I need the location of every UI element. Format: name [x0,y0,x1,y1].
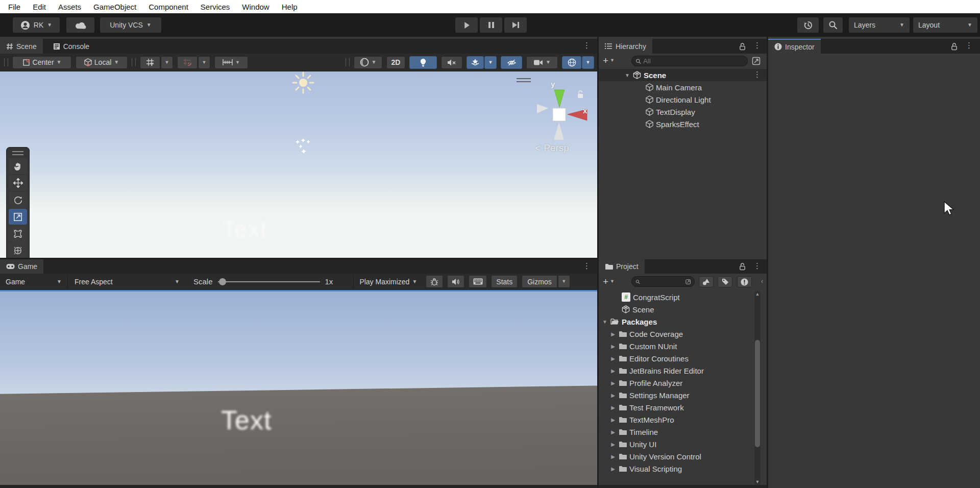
hierarchy-row[interactable]: Main Camera [646,81,767,93]
transform-tool[interactable] [9,242,27,258]
disclosure-closed-icon[interactable]: ▶ [610,466,616,472]
snap-increment-dropdown[interactable]: ▼ [214,56,248,69]
hierarchy-row[interactable]: SparksEffect [646,118,767,130]
move-tool[interactable] [9,175,27,191]
project-menu-icon[interactable]: ⋮ [753,262,761,271]
menu-item[interactable]: Window [236,3,275,11]
search-by-label-button[interactable] [718,276,732,287]
disclosure-closed-icon[interactable]: ▶ [610,393,616,398]
scene-effects-toggle[interactable] [467,56,484,69]
step-button[interactable] [504,17,527,33]
project-row-script[interactable]: # CongratScript [622,291,680,303]
projection-mode-button[interactable]: < Persp [535,142,569,154]
search-button[interactable] [823,17,843,33]
project-lock-icon[interactable] [739,262,746,271]
scene-camera-dropdown[interactable]: ▼ [526,56,558,69]
package-row[interactable]: ▶ Profile Analyzer [610,377,682,389]
package-row[interactable]: ▶ Unity UI [610,438,656,450]
game-gizmos-options[interactable]: ▼ [558,275,570,288]
disclosure-closed-icon[interactable]: ▶ [610,454,616,459]
toggle-2d-button[interactable]: 2D [386,56,405,69]
game-audio-toggle[interactable] [447,275,464,288]
project-scrollbar[interactable]: ▲ ▼ [754,291,761,485]
project-create-dropdown[interactable]: + ▼ [603,277,615,286]
stats-button[interactable]: Stats [491,275,518,288]
undo-history-button[interactable] [797,17,819,33]
toolbar-drag-handle[interactable] [4,58,8,66]
disclosure-closed-icon[interactable]: ▶ [610,417,616,423]
scene-lighting-toggle[interactable] [409,56,437,69]
project-search-input[interactable] [642,278,683,285]
game-gizmos-toggle[interactable]: Gizmos [522,275,557,288]
project-search-field[interactable] [631,276,695,287]
gizmo-y-axis[interactable] [554,90,565,107]
menu-item[interactable]: Edit [27,3,52,11]
play-focused-dropdown[interactable]: Play Maximized ▼ [354,275,423,288]
scene-effects-options[interactable]: ▼ [484,56,497,69]
account-dropdown[interactable]: RK ▼ [13,17,60,33]
grid-snapping-button[interactable] [177,56,198,69]
grid-snapping-options[interactable]: ▼ [198,56,210,69]
open-search-window-icon[interactable] [752,57,761,65]
disclosure-open-icon[interactable]: ▼ [602,319,608,325]
inspector-menu-icon[interactable]: ⋮ [965,41,973,50]
tab-console[interactable]: Console [47,39,95,54]
hierarchy-search-input[interactable] [643,57,744,65]
cloud-button[interactable] [66,17,94,33]
package-row[interactable]: ▶ Settings Manager [610,389,690,401]
game-viewport[interactable]: Text [0,291,597,485]
hidden-objects-toggle[interactable] [501,56,522,69]
disclosure-closed-icon[interactable]: ▶ [610,380,616,386]
gizmo-axis-down[interactable] [554,123,564,140]
scale-slider[interactable] [218,278,320,285]
hierarchy-create-dropdown[interactable]: + ▼ [603,56,615,65]
scale-tool[interactable] [9,209,27,225]
package-row[interactable]: ▶ TextMeshPro [610,413,674,426]
disclosure-closed-icon[interactable]: ▶ [610,368,616,374]
project-scrollbar-thumb[interactable] [755,340,760,447]
collapse-chevron-icon[interactable]: ‹ [761,278,763,285]
tab-game[interactable]: Game [0,259,43,274]
rotate-tool[interactable] [9,192,27,208]
tool-pivot-dropdown[interactable]: Center ▼ [12,56,71,69]
tab-hierarchy[interactable]: Hierarchy [599,39,652,54]
open-search-window-icon[interactable] [685,278,691,285]
gizmo-axis-left[interactable] [537,104,548,113]
device-input-button[interactable] [469,275,487,288]
scene-audio-toggle[interactable] [441,56,462,69]
search-by-type-button[interactable] [699,276,714,287]
scene-text-object[interactable]: Text [222,215,267,243]
palette-drag-handle[interactable] [12,151,23,155]
menu-item[interactable]: Component [142,3,194,11]
package-row[interactable]: ▶ JetBrains Rider Editor [610,364,704,377]
package-row[interactable]: ▶ Timeline [610,426,658,438]
aspect-ratio-dropdown[interactable]: Free Aspect ▼ [68,275,186,288]
scene-row-menu-icon[interactable]: ⋮ [753,70,761,79]
toolbar-drag-handle[interactable] [346,58,350,66]
pause-button[interactable] [480,17,502,33]
menu-item[interactable]: Help [276,3,304,11]
sparks-particle-gizmo-icon[interactable] [295,138,311,156]
package-row[interactable]: ▶ Editor Coroutines [610,352,689,364]
unity-vcs-dropdown[interactable]: Unity VCS ▼ [100,17,161,33]
hand-tool[interactable] [9,158,27,174]
directional-light-gizmo-icon[interactable] [292,71,314,94]
game-display-dropdown[interactable]: Game ▼ [0,275,67,288]
disclosure-closed-icon[interactable]: ▶ [610,405,616,410]
package-row[interactable]: ▶ Unity Version Control [610,450,701,462]
shading-mode-dropdown[interactable]: ▼ [354,56,382,69]
menu-item[interactable]: File [2,3,27,11]
package-row[interactable]: ▶ Code Coverage [610,328,683,340]
scroll-down-icon[interactable]: ▼ [754,479,761,484]
scroll-up-icon[interactable]: ▲ [754,291,761,297]
disclosure-closed-icon[interactable]: ▶ [610,429,616,435]
disclosure-open-icon[interactable]: ▼ [624,72,630,78]
disclosure-closed-icon[interactable]: ▶ [610,442,616,447]
layout-dropdown[interactable]: Layout ▼ [913,17,977,33]
scale-slider-knob[interactable] [219,278,226,285]
project-row-packages[interactable]: ▼ Packages [602,315,657,328]
package-row[interactable]: ▶ Test Framework [610,401,684,413]
disclosure-closed-icon[interactable]: ▶ [610,344,616,349]
grid-visibility-options[interactable]: ▼ [161,56,173,69]
gizmo-center-cube[interactable] [553,108,566,121]
